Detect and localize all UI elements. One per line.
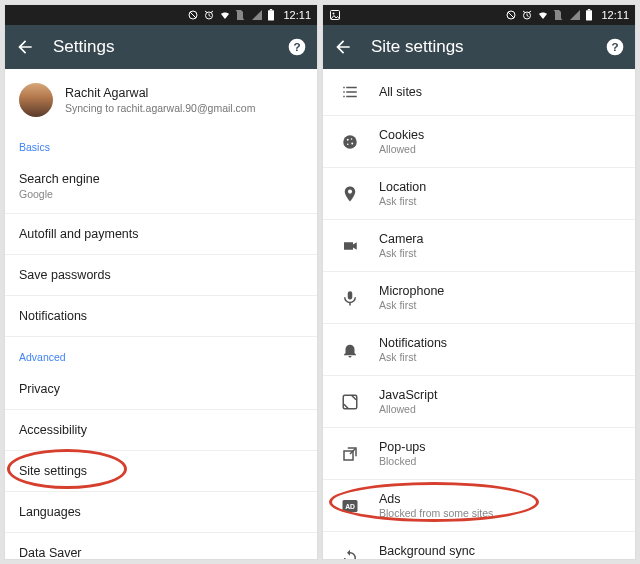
row-sub: Ask first: [379, 247, 423, 259]
row-label: Data Saver: [19, 546, 303, 559]
row-label: Notifications: [19, 309, 303, 323]
row-label: Ads: [379, 492, 493, 506]
row-sub: Blocked from some sites: [379, 507, 493, 519]
app-bar: Site settings ?: [323, 25, 635, 69]
site-row-background-sync[interactable]: Background syncAllowed: [323, 532, 635, 559]
svg-rect-2: [268, 10, 274, 20]
status-time: 12:11: [601, 9, 629, 21]
settings-list: Rachit Agarwal Syncing to rachit.agarwal…: [5, 69, 317, 559]
site-row-all-sites[interactable]: All sites: [323, 69, 635, 116]
svg-point-21: [347, 138, 349, 140]
location-icon: [339, 183, 361, 205]
svg-point-7: [333, 13, 335, 15]
site-settings-screen: 12:11 Site settings ? All sitesCookiesAl…: [322, 4, 636, 560]
row-label: Location: [379, 180, 426, 194]
svg-rect-18: [343, 96, 345, 98]
battery-icon: [585, 9, 597, 21]
row-sub: Allowed: [379, 143, 424, 155]
row-sub: Ask first: [379, 351, 447, 363]
row-sub: Ask first: [379, 299, 444, 311]
svg-text:?: ?: [611, 40, 618, 53]
status-bar: 12:11: [323, 5, 635, 25]
site-settings-list: All sitesCookiesAllowedLocationAsk first…: [323, 69, 635, 559]
row-label: Microphone: [379, 284, 444, 298]
settings-screen: 12:11 Settings ? Rachit Agarwal Syncing …: [4, 4, 318, 560]
avatar: [19, 83, 53, 117]
svg-point-20: [343, 135, 357, 149]
row-label: Background sync: [379, 544, 475, 558]
settings-row-accessibility[interactable]: Accessibility: [5, 410, 317, 451]
alarm-icon: [521, 9, 533, 21]
svg-text:AD: AD: [345, 503, 355, 510]
app-bar: Settings ?: [5, 25, 317, 69]
row-label: Search engine: [19, 172, 303, 186]
status-time: 12:11: [283, 9, 311, 21]
page-title: Site settings: [371, 37, 587, 57]
settings-row-autofill-and-payments[interactable]: Autofill and payments: [5, 214, 317, 255]
settings-row-search-engine[interactable]: Search engineGoogle: [5, 159, 317, 214]
list-icon: [339, 81, 361, 103]
camera-icon: [339, 235, 361, 257]
cookie-icon: [339, 131, 361, 153]
signal-icon: [569, 9, 581, 21]
signal-icon: [251, 9, 263, 21]
profile-name: Rachit Agarwal: [65, 86, 255, 100]
row-label: Site settings: [19, 464, 303, 478]
row-sub: Allowed: [379, 403, 437, 415]
settings-row-save-passwords[interactable]: Save passwords: [5, 255, 317, 296]
mic-icon: [339, 287, 361, 309]
site-row-ads[interactable]: ADAdsBlocked from some sites: [323, 480, 635, 532]
row-label: All sites: [379, 85, 422, 99]
svg-point-24: [347, 143, 349, 145]
status-bar: 12:11: [5, 5, 317, 25]
row-label: Privacy: [19, 382, 303, 396]
no-sim-icon: [235, 9, 247, 21]
settings-row-data-saver[interactable]: Data Saver1% data savings: [5, 533, 317, 559]
help-icon[interactable]: ?: [605, 37, 625, 57]
js-icon: [339, 391, 361, 413]
section-header-basics: Basics: [5, 127, 317, 159]
row-label: Languages: [19, 505, 303, 519]
site-row-pop-ups[interactable]: Pop-upsBlocked: [323, 428, 635, 480]
no-sim-icon: [553, 9, 565, 21]
settings-row-site-settings[interactable]: Site settings: [5, 451, 317, 492]
battery-icon: [267, 9, 279, 21]
site-row-javascript[interactable]: JavaScriptAllowed: [323, 376, 635, 428]
wifi-icon: [219, 9, 231, 21]
popup-icon: [339, 443, 361, 465]
row-sub: Google: [19, 188, 303, 200]
svg-rect-26: [349, 302, 351, 305]
row-sub: Ask first: [379, 195, 426, 207]
settings-row-languages[interactable]: Languages: [5, 492, 317, 533]
svg-text:?: ?: [293, 40, 300, 53]
svg-rect-11: [588, 9, 590, 10]
svg-rect-25: [348, 291, 353, 299]
site-row-microphone[interactable]: MicrophoneAsk first: [323, 272, 635, 324]
bell-icon: [339, 339, 361, 361]
svg-rect-16: [343, 91, 345, 93]
back-icon[interactable]: [333, 37, 353, 57]
row-label: Autofill and payments: [19, 227, 303, 241]
settings-row-notifications[interactable]: Notifications: [5, 296, 317, 337]
svg-point-22: [351, 138, 353, 140]
section-header-advanced: Advanced: [5, 337, 317, 369]
sync-icon: [339, 547, 361, 560]
back-icon[interactable]: [15, 37, 35, 57]
site-row-notifications[interactable]: NotificationsAsk first: [323, 324, 635, 376]
help-icon[interactable]: ?: [287, 37, 307, 57]
site-row-camera[interactable]: CameraAsk first: [323, 220, 635, 272]
svg-rect-3: [270, 9, 272, 10]
row-sub: Blocked: [379, 455, 426, 467]
row-label: Accessibility: [19, 423, 303, 437]
svg-rect-14: [343, 87, 345, 89]
row-label: Notifications: [379, 336, 447, 350]
wifi-icon: [537, 9, 549, 21]
profile-row[interactable]: Rachit Agarwal Syncing to rachit.agarwal…: [5, 69, 317, 127]
site-row-cookies[interactable]: CookiesAllowed: [323, 116, 635, 168]
dnd-icon: [505, 9, 517, 21]
alarm-icon: [203, 9, 215, 21]
settings-row-privacy[interactable]: Privacy: [5, 369, 317, 410]
dnd-icon: [187, 9, 199, 21]
svg-rect-10: [586, 10, 592, 20]
site-row-location[interactable]: LocationAsk first: [323, 168, 635, 220]
